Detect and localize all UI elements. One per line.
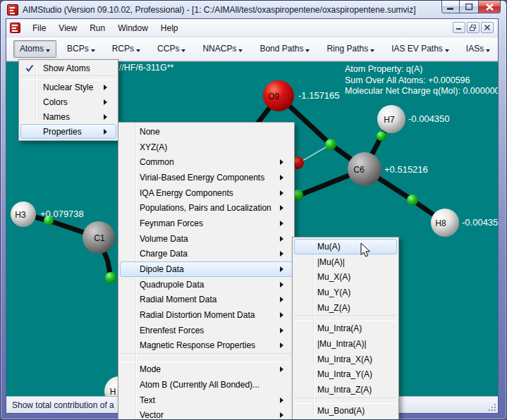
menubar-item-help[interactable]: Help [154,20,185,36]
menu-item-mu-intra-a[interactable]: |Mu_Intra(A)| [294,336,397,352]
document-icon[interactable] [10,23,20,33]
menu-separator [295,315,396,321]
titlebar[interactable]: AIMStudio (Version 09.10.02, Professiona… [1,1,506,18]
menu-item-label: |Mu(A)| [317,257,345,267]
toolbar-button-label: IAS EV Paths [391,44,443,54]
menu-item-label: Text [140,395,155,405]
menu-item-radial-distortion-moment-data[interactable]: Radial Distortion Moment Data [120,307,293,323]
menubar-item-window[interactable]: Window [111,20,154,36]
menu-item-mu-intra-y-a[interactable]: Mu_Intra_Y(A) [294,367,397,383]
menu-item-names[interactable]: Names [20,109,116,124]
menu-item-mu-a[interactable]: |Mu(A)| [294,254,397,270]
menu-item-label: Populations, Pairs and Localization [140,203,271,213]
menu-item-mu-y-a[interactable]: Mu_Y(A) [294,285,397,300]
maximize-button[interactable] [460,1,479,13]
atom-sphere-c6[interactable] [348,152,381,186]
menu-item-radial-moment-data[interactable]: Radial Moment Data [120,292,293,308]
menu-item-mu-intra-x-a[interactable]: Mu_Intra_X(A) [294,352,397,367]
mdi-minimize-button[interactable] [453,22,465,33]
atom-label-h8: H8 [435,218,446,228]
atom-charge-value-h8: -0.004350 [462,217,498,228]
dipole-menu: Mu(A)|Mu(A)|Mu_X(A)Mu_Y(A)Mu_Z(A)Mu_Intr… [292,237,399,420]
menu-item-common[interactable]: Common [120,154,293,170]
menu-item-label: Mu_X(A) [317,272,350,282]
menu-item-label: Charge Data [140,249,188,259]
mouse-cursor-icon [360,242,372,258]
window-controls [441,1,501,13]
menu-item-charge-data[interactable]: Charge Data [120,247,293,262]
menu-item-virial-based-energy-components[interactable]: Virial-Based Energy Components [120,170,293,185]
toolbar-button-basin-paths[interactable]: Basin Paths [501,40,507,58]
menubar-item-view[interactable]: View [52,20,83,36]
status-text: Show total contribution of a [12,400,114,410]
resize-grip[interactable] [487,402,496,411]
mdi-close-button[interactable] [481,22,494,33]
menu-item-feynman-forces[interactable]: Feynman Forces [120,216,293,231]
submenu-arrow-icon [280,282,283,288]
menubar-items: FileViewRunWindowHelp [26,20,185,36]
menu-item-vector[interactable]: Vector [120,407,293,420]
menu-item-quadrupole-data[interactable]: Quadrupole Data [120,277,293,292]
submenu-arrow-icon [280,412,283,418]
menu-item-label: Nuclear Style [43,82,93,92]
toolbar-button-label: NNACPs [202,44,236,54]
menu-item-mu-intra-a[interactable]: Mu_Intra(A) [294,321,397,336]
toolbar-button-bcps[interactable]: BCPs [61,40,102,58]
menu-item-xyz-a[interactable]: XYZ(A) [120,140,293,155]
minimize-icon [447,4,454,11]
menu-item-mu-intra-z-a[interactable]: Mu_Intra_Z(A) [294,382,397,397]
menu-item-iqa-energy-components[interactable]: IQA Energy Components [120,185,293,201]
chevron-down-icon [91,49,95,52]
toolbar-button-ias-ev-paths[interactable]: IAS EV Paths [385,40,456,58]
submenu-arrow-icon [280,175,283,180]
menu-item-none[interactable]: None [120,124,293,140]
toolbar-button-atoms[interactable]: Atoms [13,40,56,58]
toolbar-button-nnacps[interactable]: NNACPs [196,40,249,58]
toolbar-button-iass[interactable]: IASs [460,40,496,58]
menubar-item-file[interactable]: File [26,20,52,36]
toolbar-button-ring-paths[interactable]: Ring Paths [320,40,381,58]
submenu-arrow-icon [280,342,283,348]
bond-critical-point[interactable] [377,131,386,141]
toolbar-button-ccps[interactable]: CCPs [151,40,192,58]
menu-item-properties[interactable]: Properties [20,124,116,139]
minimize-button[interactable] [441,1,460,13]
menu-item-mu-bond-a[interactable]: Mu_Bond(A) [294,403,397,419]
menu-item-atom-b-currently-all-bonded[interactable]: Atom B (Currently All Bonded)... [120,377,293,393]
menu-item-label: Feynman Forces [140,218,203,228]
mdi-restore-button[interactable] [467,22,479,33]
menu-item-populations-pairs-and-localization[interactable]: Populations, Pairs and Localization [120,200,293,216]
menu-item-label: Radial Moment Data [140,295,216,304]
menu-item-colors[interactable]: Colors [20,94,116,109]
menu-item-mu-x-a[interactable]: Mu_X(A) [294,269,397,285]
mdi-controls [453,22,494,33]
menu-separator [121,353,292,362]
menu-item-show-atoms[interactable]: Show Atoms [20,61,116,75]
submenu-arrow-icon [280,251,283,257]
menu-item-mode[interactable]: Mode [120,362,293,377]
menu-item-text[interactable]: Text [120,393,293,408]
toolbar-button-rcps[interactable]: RCPs [106,40,147,58]
bond-critical-point[interactable] [407,194,418,206]
menu-item-dipole-data[interactable]: Dipole Data [120,261,293,277]
menu-item-label: Mu_Bond(A) [317,406,365,416]
menu-item-label: Vector [140,410,164,420]
menu-item-magnetic-response-properties[interactable]: Magnetic Response Properties [120,338,293,354]
menu-item-ehrenfest-forces[interactable]: Ehrenfest Forces [120,323,293,338]
submenu-arrow-icon [104,85,107,90]
menu-item-volume-data[interactable]: Volume Data [120,231,293,247]
atom-charge-value-h7: -0.004350 [408,113,450,124]
menu-item-nuclear-style[interactable]: Nuclear Style [20,80,116,94]
menubar-item-run[interactable]: Run [83,20,111,36]
bond-critical-point[interactable] [325,139,336,150]
menu-item-label: IQA Energy Components [140,188,233,198]
menu-item-label: Magnetic Response Properties [140,340,255,350]
close-button[interactable] [479,1,501,13]
mdi-close-icon [484,25,490,30]
check-icon [25,63,35,73]
menu-item-mu-z-a[interactable]: Mu_Z(A) [294,300,397,316]
toolbar-button-bond-paths[interactable]: Bond Paths [253,40,316,58]
menu-item-mu-a[interactable]: Mu(A) [294,239,397,254]
bond-critical-point[interactable] [105,272,116,283]
submenu-arrow-icon [280,190,283,196]
